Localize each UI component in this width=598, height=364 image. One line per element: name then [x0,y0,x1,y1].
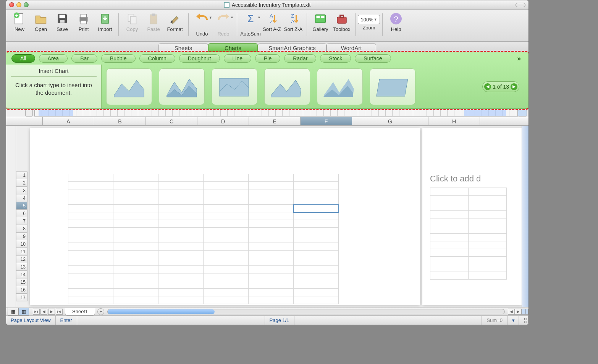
print-button[interactable]: Print [73,12,94,32]
toolbar-toggle-icon[interactable] [516,3,525,7]
col-header-H[interactable]: H [428,117,480,125]
row-header-13[interactable]: 13 [16,263,27,271]
col-header-C[interactable]: C [146,117,197,125]
tab-smartart-graphics[interactable]: SmartArt Graphics [258,43,326,52]
col-header-D[interactable]: D [197,117,249,125]
chart-thumb-5[interactable] [317,68,363,105]
row-header-14[interactable]: 14 [16,271,27,278]
prev-sheet-button[interactable]: ◀ [40,309,47,315]
row-header-2[interactable]: 2 [16,179,27,187]
row-header-3[interactable]: 3 [16,187,27,194]
chart-cat-area[interactable]: Area [39,54,68,63]
tab-charts[interactable]: Charts [208,43,258,52]
import-button[interactable]: Import [95,12,115,32]
ruler-scale[interactable] [34,110,518,116]
row-header-10[interactable]: 10 [16,240,27,248]
scroll-right-button[interactable]: ▶ [515,309,522,315]
toolbox-button[interactable]: Toolbox [331,12,352,32]
horizontal-scrollbar[interactable] [107,309,505,314]
col-header-E[interactable]: E [249,117,301,125]
first-sheet-button[interactable]: ⏮ [33,309,40,315]
scroll-left-button[interactable]: ◀ [508,309,515,315]
window-controls [9,2,29,7]
status-view[interactable]: Page Layout View [6,316,56,325]
pager-prev-icon[interactable]: ◀ [484,83,491,90]
row-header-7[interactable]: 7 [16,217,27,225]
svg-marker-30 [271,80,302,97]
row-header-11[interactable]: 11 [16,248,27,256]
row-header-9[interactable]: 9 [16,233,27,240]
chart-thumb-1[interactable] [106,68,152,105]
row-header-8[interactable]: 8 [16,225,27,233]
row-header-15[interactable]: 15 [16,278,27,286]
chart-cat-stock[interactable]: Stock [320,54,351,63]
row-header-16[interactable]: 16 [16,286,27,294]
chart-cat-column[interactable]: Column [139,54,175,63]
normal-view-button[interactable]: ▦ [8,308,18,315]
row-header-12[interactable]: 12 [16,256,27,263]
chart-thumb-6[interactable] [370,68,415,105]
titlebar: Accessible Inventory Template.xlt [6,0,529,10]
cell-grid[interactable] [68,174,339,304]
col-header-A[interactable]: A [43,117,94,125]
autosum-button[interactable]: Σ▼AutoSum [240,12,261,37]
zoom-select[interactable]: 100% ▼ [358,15,380,24]
new-button[interactable]: +New [9,12,30,32]
last-sheet-button[interactable]: ⏭ [56,309,63,315]
chart-cat-all[interactable]: All [11,54,35,63]
sortaz-button[interactable]: AZSort A-Z [262,12,282,32]
vertical-scrollbar[interactable] [522,126,529,307]
chart-cat-doughnut[interactable]: Doughnut [179,54,220,63]
help-button[interactable]: ?Help [386,12,406,32]
zoom-window-icon[interactable] [24,2,29,7]
chart-cat-radar[interactable]: Radar [284,54,316,63]
chart-thumb-4[interactable] [264,68,310,105]
col-header-B[interactable]: B [94,117,146,125]
next-sheet-button[interactable]: ▶ [48,309,55,315]
save-button[interactable]: Save [52,12,73,32]
tab-sheets[interactable]: Sheets [158,43,208,52]
page-layout-view-button[interactable]: ▥ [18,308,29,315]
chart-cat-line[interactable]: Line [224,54,251,63]
sortza-button[interactable]: ZASort Z-A [283,12,304,32]
vertical-ruler[interactable] [6,126,16,307]
chart-thumb-2[interactable] [159,68,205,105]
column-headers: ABCDEFGH [6,117,529,126]
pager-next-icon[interactable]: ▶ [511,83,517,90]
chart-thumb-3[interactable] [212,68,257,105]
chart-cat-bar[interactable]: Bar [71,54,97,63]
add-sheet-button[interactable]: + [97,308,104,315]
zoom-button[interactable]: 100% ▼Zoom [359,12,379,31]
expand-icon[interactable]: » [515,55,523,63]
minimize-icon[interactable] [16,2,21,7]
gallery-button[interactable]: Gallery [310,12,331,32]
sortaz-icon: AZ [265,12,279,26]
open-button[interactable]: Open [31,12,51,32]
svg-text:?: ? [394,15,398,23]
col-header-F[interactable]: F [301,117,352,125]
svg-rect-13 [152,14,155,16]
undo-button[interactable]: ▼Undo [192,12,212,37]
worksheet-page-1[interactable] [30,128,420,305]
split-handle[interactable]: ⎮ [522,309,529,315]
format-button[interactable]: Format [165,12,185,32]
row-header-5[interactable]: 5 [16,202,27,210]
worksheet-page-2[interactable]: Click to add d [422,128,522,305]
ruler-origin-button[interactable] [25,110,33,116]
chart-cat-bubble[interactable]: Bubble [101,54,136,63]
chart-cat-surface[interactable]: Surface [355,54,391,63]
undo-icon [195,12,209,26]
chart-cat-pie[interactable]: Pie [255,54,280,63]
row-header-17[interactable]: 17 [16,294,27,301]
sheet-tab[interactable]: Sheet1 [65,308,95,315]
autosum-icon: Σ [244,12,257,26]
resize-grip-icon[interactable]: ⣿ [519,316,529,325]
status-menu-icon[interactable]: ▾ [507,316,519,325]
row-header-1[interactable]: 1 [16,171,27,179]
row-header-6[interactable]: 6 [16,210,27,217]
col-header-G[interactable]: G [352,117,428,125]
tab-wordart[interactable]: WordArt [326,43,376,52]
close-icon[interactable] [9,2,14,7]
ruler-end-button[interactable] [518,110,527,116]
row-header-4[interactable]: 4 [16,194,27,202]
